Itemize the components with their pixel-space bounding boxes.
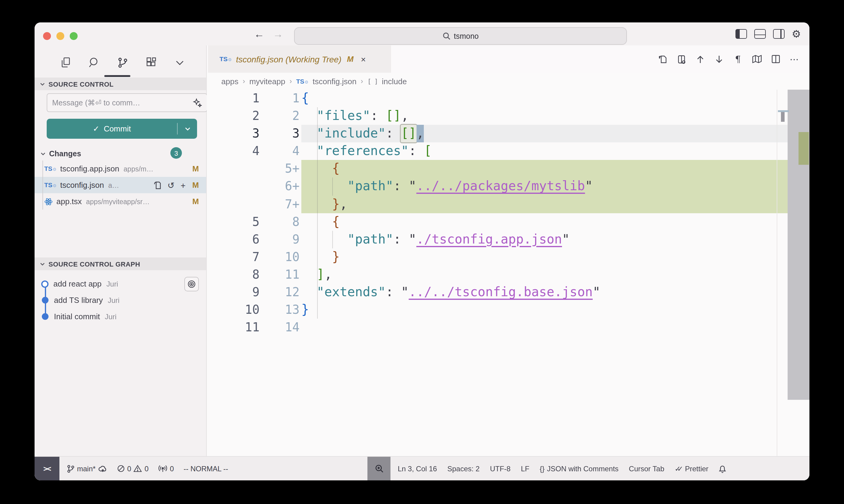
toggle-whitespace-icon[interactable]: ¶ xyxy=(733,54,743,65)
code-line[interactable]: 5+ { xyxy=(207,160,809,178)
line-number-modified: 10 xyxy=(259,248,299,266)
remote-indicator[interactable]: >< xyxy=(35,457,59,480)
source-control-view-icon[interactable] xyxy=(116,56,129,69)
code-line-text[interactable]: { xyxy=(302,160,788,178)
code-line[interactable]: 22 "files": [], xyxy=(207,107,809,125)
commit-dropdown-chevron-icon[interactable] xyxy=(178,125,197,132)
code-line[interactable]: 11{ xyxy=(207,90,809,107)
more-actions-icon[interactable]: ⋯ xyxy=(789,54,800,65)
cursor-tab-indicator[interactable]: Cursor Tab xyxy=(629,464,664,473)
file-row-app-tsx[interactable]: app.tsx apps/myviteapp/sr… M xyxy=(35,193,206,210)
problems-indicator[interactable]: 0 0 xyxy=(117,464,149,473)
commit-row-add-ts-library[interactable]: add TS library Juri xyxy=(35,292,206,308)
code-line-text[interactable]: "references": [ xyxy=(302,143,788,160)
source-control-graph-header[interactable]: SOURCE CONTROL GRAPH xyxy=(35,257,206,270)
breadcrumb-myviteapp[interactable]: myviteapp xyxy=(249,77,285,86)
commit-button[interactable]: ✓ Commit xyxy=(47,119,197,139)
zoom-indicator[interactable] xyxy=(367,457,391,480)
code-line-text[interactable]: }, xyxy=(302,195,788,213)
code-line[interactable]: 710 } xyxy=(207,248,809,266)
tab-modified-badge: M xyxy=(347,55,354,64)
code-line-text[interactable]: "extends": "../../tsconfig.base.json" xyxy=(302,284,788,301)
open-file-icon[interactable] xyxy=(153,181,161,189)
code-line[interactable]: 811 ], xyxy=(207,266,809,284)
typescript-file-icon: TS⚙ xyxy=(220,56,231,62)
search-view-icon[interactable] xyxy=(87,56,101,69)
file-row-tsconfig-json[interactable]: TS⚙ tsconfig.json a… ↺ + M xyxy=(35,177,206,193)
cursor-position-indicator[interactable]: Ln 3, Col 16 xyxy=(398,464,437,473)
toggle-primary-sidebar-icon[interactable] xyxy=(736,29,747,39)
open-changes-icon[interactable] xyxy=(676,54,687,65)
more-views-chevron-icon[interactable] xyxy=(173,56,186,69)
file-row-tsconfig-app-json[interactable]: TS⚙ tsconfig.app.json apps/m… M xyxy=(35,161,206,177)
editor-toolbar: ¶ ⋯ xyxy=(657,46,800,73)
command-center-search[interactable]: tsmono xyxy=(294,27,627,45)
toggle-secondary-sidebar-icon[interactable] xyxy=(773,29,785,39)
minimize-window-button[interactable] xyxy=(56,32,64,40)
code-line[interactable]: 912 "extends": "../../tsconfig.base.json… xyxy=(207,284,809,301)
tab-tsconfig-json-working-tree[interactable]: TS⚙ tsconfig.json (Working Tree) M × xyxy=(208,46,391,73)
notifications-bell[interactable] xyxy=(719,464,727,473)
code-line[interactable]: 1013} xyxy=(207,301,809,319)
formatter-indicator[interactable]: ✓✓ Prettier xyxy=(674,464,708,473)
code-line-text[interactable] xyxy=(302,319,788,336)
forward-icon[interactable]: → xyxy=(273,29,283,39)
branch-indicator[interactable]: main* xyxy=(67,464,107,473)
code-line[interactable]: 44 "references": [ xyxy=(207,143,809,160)
commit-message-input[interactable]: Message (⌘⏎ to comm… xyxy=(47,93,207,112)
breadcrumb-tsconfig-json[interactable]: tsconfig.json xyxy=(313,77,357,86)
code-line-text[interactable]: } xyxy=(302,248,788,266)
close-window-button[interactable] xyxy=(43,32,51,40)
code-line-text[interactable]: { xyxy=(302,213,788,231)
commit-message: add react app xyxy=(53,279,102,288)
commit-row-initial-commit[interactable]: Initial commit Juri xyxy=(35,308,206,325)
language-mode-indicator[interactable]: {} JSON with Comments xyxy=(540,464,618,473)
source-control-graph-title: SOURCE CONTROL GRAPH xyxy=(49,260,140,267)
indentation-indicator[interactable]: Spaces: 2 xyxy=(447,464,480,473)
map-icon[interactable] xyxy=(751,54,762,65)
code-line-text[interactable]: "include": [], xyxy=(302,125,788,142)
close-tab-icon[interactable]: × xyxy=(361,54,366,64)
goto-current-commit-button[interactable] xyxy=(184,276,199,291)
code-line[interactable]: 1114 xyxy=(207,319,809,336)
next-change-icon[interactable] xyxy=(713,54,725,65)
code-line[interactable]: 69 "path": "./tsconfig.app.json" xyxy=(207,231,809,248)
sparkle-icon[interactable] xyxy=(193,98,202,107)
code-line[interactable]: 58 { xyxy=(207,213,809,231)
toggle-panel-icon[interactable] xyxy=(754,29,766,39)
encoding-indicator[interactable]: UTF-8 xyxy=(490,464,511,473)
code-line-text[interactable]: { xyxy=(302,90,788,107)
open-file-icon[interactable] xyxy=(657,54,668,65)
code-line-text[interactable]: "path": "./tsconfig.app.json" xyxy=(302,231,788,248)
code-line-text[interactable]: "files": [], xyxy=(302,107,788,125)
eol-indicator[interactable]: LF xyxy=(521,464,529,473)
code-line-text[interactable]: } xyxy=(302,301,788,319)
zoom-window-button[interactable] xyxy=(70,32,77,40)
source-control-header[interactable]: SOURCE CONTROL xyxy=(35,77,206,90)
discard-changes-icon[interactable]: ↺ xyxy=(167,180,174,190)
extensions-icon[interactable] xyxy=(144,56,158,69)
back-icon[interactable]: ← xyxy=(254,29,264,39)
settings-gear-icon[interactable]: ⚙ xyxy=(792,29,801,39)
explorer-icon[interactable] xyxy=(59,56,72,69)
code-line-text[interactable]: ], xyxy=(302,266,788,284)
code-token xyxy=(302,178,347,195)
split-editor-icon[interactable] xyxy=(770,54,781,65)
code-line[interactable]: 7+ }, xyxy=(207,195,809,213)
line-number-original: 4 xyxy=(207,143,259,160)
code-editor[interactable]: 11{22 "files": [],33 "include": [],44 "r… xyxy=(207,90,809,457)
breadcrumb-include[interactable]: include xyxy=(382,77,407,86)
commit-button-main[interactable]: ✓ Commit xyxy=(47,124,177,133)
line-number-original: 7 xyxy=(207,248,259,266)
breadcrumb-apps[interactable]: apps xyxy=(221,77,238,86)
previous-change-icon[interactable] xyxy=(695,54,706,65)
stage-changes-icon[interactable]: + xyxy=(181,180,186,190)
code-line-text[interactable]: "path": "../../packages/mytslib" xyxy=(302,178,788,195)
code-token: "files" xyxy=(317,107,371,125)
code-line[interactable]: 33 "include": [], xyxy=(207,125,809,142)
commit-row-add-react-app[interactable]: add react app Juri xyxy=(35,276,206,292)
publish-cloud-icon xyxy=(98,465,107,472)
ports-indicator[interactable]: 0 xyxy=(158,464,174,473)
vim-mode-indicator[interactable]: -- NORMAL -- xyxy=(184,464,228,473)
code-line[interactable]: 6+ "path": "../../packages/mytslib" xyxy=(207,178,809,195)
